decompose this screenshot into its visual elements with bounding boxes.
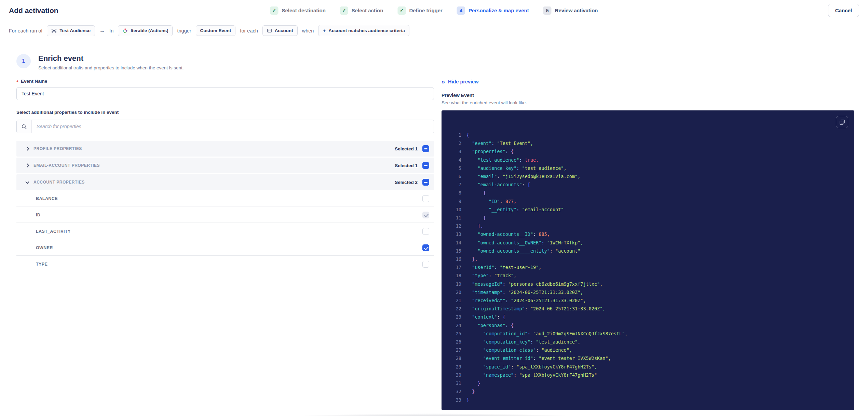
line-number: 5 [451,164,461,172]
step-select-action[interactable]: ✓Select action [340,6,383,15]
checkbox-checked[interactable] [422,244,429,251]
step-label: Define trigger [409,8,443,13]
checkbox-unchecked[interactable] [422,261,429,268]
code-line: 16 }, [451,255,847,263]
selected-count: Selected 1 [395,163,418,168]
code-line: 23 "context": { [451,313,847,321]
step-select-destination[interactable]: ✓Select destination [270,6,325,15]
code-line: 9 "ID": 877, [451,197,847,205]
step-define-trigger[interactable]: ✓Define trigger [397,6,443,15]
step-personalize-map-event[interactable]: 4Personalize & map event [457,6,529,15]
audience-chip-label: Test Audience [59,28,91,33]
for-each-label: for each [240,28,258,33]
property-groups: PROFILE PROPERTIESSelected 1EMAIL-ACCOUN… [16,141,434,272]
check-icon: ✓ [397,6,406,15]
line-number: 18 [451,271,461,280]
code-line: 4 "test_audience": true, [451,156,847,164]
add-activation-page: Add activation ✓Select destination✓Selec… [0,0,868,410]
enrich-event-title: Enrich event [38,54,184,63]
line-number: 7 [451,180,461,189]
preview-subtitle: See what the enriched event will look li… [442,100,854,105]
line-number: 14 [451,239,461,247]
property-label: OWNER [36,245,53,250]
group-profile-properties[interactable]: PROFILE PROPERTIESSelected 1 [16,141,434,157]
property-label: TYPE [36,262,48,267]
code-line: 12 ], [451,222,847,230]
hide-preview-link[interactable]: » Hide preview [442,79,478,85]
context-bar: For each run of Test Audience → In [0,21,868,40]
code-line: 20 "timestamp": "2024-06-25T21:31:33.020… [451,288,847,296]
plus-icon: + [323,28,326,33]
line-number: 29 [451,363,461,371]
entity-chip-label: Account [275,28,293,33]
group-account-properties[interactable]: ACCOUNT PROPERTIESSelected 2 [16,174,434,190]
line-number: 33 [451,396,461,404]
event-name-label: • Event Name [16,79,434,84]
step-number: 4 [457,6,465,15]
json-code: 1{2 "event": "Test Event",3 "properties"… [442,110,854,410]
code-line: 14 "owned-accounts__OWNER": "1WCWrTXfkp"… [451,239,847,247]
criteria-chip[interactable]: + Account matches audience criteria [318,25,409,36]
arrow-right-icon: → [99,28,105,34]
code-line: 15 "owned-accounts____entity": "account" [451,247,847,255]
line-number: 32 [451,387,461,395]
topbar: Add activation ✓Select destination✓Selec… [0,0,868,21]
network-nodes-icon [51,28,57,33]
property-search [16,120,434,133]
stepper: ✓Select destination✓Select action✓Define… [270,6,598,15]
step-number: 5 [543,6,552,15]
code-line: 18 "type": "track", [451,271,847,280]
check-icon: ✓ [270,6,278,15]
step-number-badge: 1 [16,54,31,68]
code-line: 29 "space_id": "spa_tXXbfoyvCkY8rF47ghH2… [451,363,847,371]
enrich-step-header: 1 Enrich event Select additional traits … [16,53,434,70]
entity-chip[interactable]: Account [262,25,298,36]
trigger-chip[interactable]: Custom Event [196,25,236,36]
in-label: In [109,28,113,33]
step-label: Select action [352,8,383,13]
page-title: Add activation [9,6,58,15]
indeterminate-checkbox[interactable] [422,162,429,169]
check-icon: ✓ [340,6,348,15]
group-email-account-properties[interactable]: EMAIL-ACCOUNT PROPERTIESSelected 1 [16,158,434,173]
table-grid-icon [267,28,272,33]
step-review-activation[interactable]: 5Review activation [543,6,598,15]
selected-count: Selected 2 [395,180,418,185]
audience-chip[interactable]: Test Audience [47,25,95,36]
checkbox-unchecked[interactable] [422,228,429,235]
indeterminate-checkbox[interactable] [422,145,429,152]
when-label: when [302,28,314,33]
property-label: LAST_ACTIVITY [36,229,71,234]
code-line: 13 "owned-accounts__ID": 885, [451,230,847,238]
line-number: 11 [451,214,461,222]
group-label: PROFILE PROPERTIES [33,146,82,151]
account-properties-list: BALANCEIDLAST_ACTIVITYOWNERTYPE [16,191,434,272]
event-name-input[interactable] [16,87,434,100]
property-row-type: TYPE [16,257,434,272]
checkbox-unchecked[interactable] [422,195,429,202]
code-line: 11 } [451,214,847,222]
context-prefix-label: For each run of [9,28,42,33]
preview-title: Preview Event [442,93,854,98]
code-line: 17 "userId": "test-user-19", [451,263,847,271]
footer-shadow [171,409,699,416]
line-number: 25 [451,330,461,338]
copy-button[interactable] [836,116,848,128]
line-number: 10 [451,205,461,214]
preview-section: » Hide preview Preview Event See what th… [442,53,854,410]
property-label: ID [36,213,40,217]
code-preview-panel: 1{2 "event": "Test Event",3 "properties"… [442,110,854,410]
copy-icon [840,120,845,125]
cancel-button[interactable]: Cancel [828,4,859,17]
checkbox-checked-disabled[interactable] [422,212,429,218]
indeterminate-checkbox[interactable] [422,179,429,186]
line-number: 31 [451,379,461,387]
property-label: BALANCE [36,196,58,201]
criteria-chip-label: Account matches audience criteria [328,28,405,33]
line-number: 23 [451,313,461,321]
code-line: 27 "computation_class": "audience", [451,346,847,354]
destination-chip[interactable]: Iterable (Actions) [118,25,173,36]
property-search-input[interactable] [32,120,434,133]
line-number: 12 [451,222,461,230]
code-line: 21 "receivedAt": "2024-06-25T21:31:33.02… [451,296,847,305]
